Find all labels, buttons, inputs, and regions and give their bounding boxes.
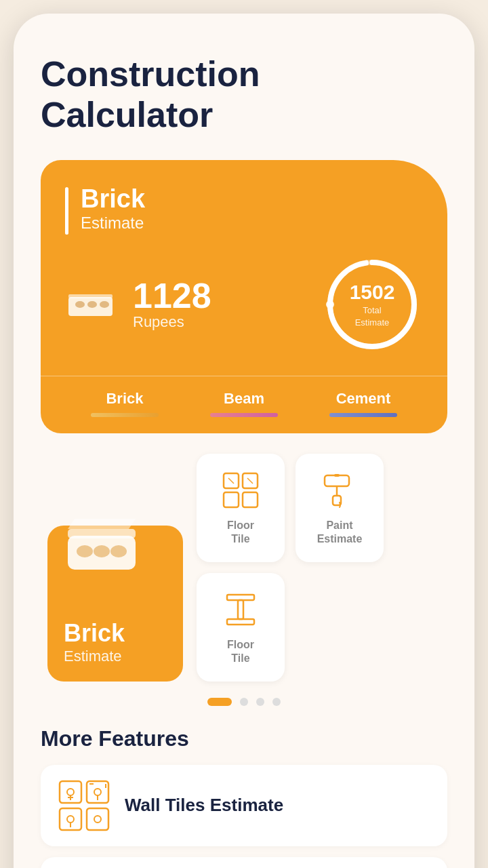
svg-point-34 [94, 789, 101, 795]
gauge-number: 1502 [347, 281, 398, 304]
tab-brick-label: Brick [106, 390, 143, 408]
svg-point-7 [326, 300, 334, 309]
more-features-section: More Features Wall Tiles [14, 713, 474, 868]
feature-sub-cards: FloorTile PaintEstimate [197, 454, 441, 682]
tab-cement[interactable]: Cement [329, 390, 397, 417]
tab-beam-label: Beam [224, 390, 264, 408]
svg-rect-21 [334, 474, 340, 477]
feature-list-wall-tiles[interactable]: Wall Tiles Estimate [41, 765, 447, 846]
feature-brick-subtitle: Estimate [64, 648, 169, 665]
feature-brick-title: Brick [64, 619, 169, 648]
feature-list-lanter[interactable]: Lanter Estimate [41, 857, 447, 868]
feature-sub-paint[interactable]: PaintEstimate [296, 454, 384, 562]
card-body: 1128 Rupees 1502 Total Estimate [65, 254, 423, 355]
tab-brick-indicator [91, 413, 159, 417]
dot-3[interactable] [256, 698, 264, 706]
tab-beam[interactable]: Beam [210, 390, 278, 417]
beam-icon [220, 589, 261, 630]
dot-1[interactable] [207, 698, 232, 706]
floor-tile-icon [220, 470, 261, 511]
wall-tiles-icon [57, 778, 111, 833]
card-header: Brick Estimate [65, 184, 423, 235]
dot-4[interactable] [272, 698, 281, 706]
page-title: Construction Calculator [41, 54, 447, 136]
paint-estimate-label: PaintEstimate [317, 519, 363, 545]
svg-rect-20 [325, 475, 349, 486]
main-card: Brick Estimate 1128 [41, 160, 447, 433]
svg-point-13 [110, 545, 127, 557]
paint-roller-icon [319, 470, 360, 511]
floor-tile-1-label: FloorTile [227, 519, 254, 545]
amount-number: 1128 [133, 278, 211, 313]
svg-point-36 [67, 816, 74, 823]
svg-rect-26 [238, 600, 243, 619]
beam-label: FloorTile [227, 638, 254, 664]
brick-3d-icon [65, 288, 119, 321]
amount-info: 1128 Rupees [133, 278, 211, 331]
feature-sub-floor-tile-1[interactable]: FloorTile [197, 454, 285, 562]
svg-line-19 [247, 478, 253, 484]
svg-point-12 [94, 545, 110, 557]
card-sub-label: Estimate [81, 214, 144, 232]
phone-frame: Construction Calculator Brick Estimate [14, 14, 474, 868]
svg-point-38 [94, 816, 101, 823]
pagination-dots [41, 698, 447, 706]
wall-tiles-label: Wall Tiles Estimate [125, 795, 283, 816]
svg-rect-9 [68, 529, 136, 538]
feature-main-card[interactable]: Brick Estimate [47, 526, 183, 682]
svg-rect-1 [68, 294, 113, 298]
feature-section: Brick Estimate FloorTile [41, 454, 447, 682]
dot-2[interactable] [240, 698, 248, 706]
svg-rect-17 [243, 492, 258, 507]
tab-cement-label: Cement [336, 390, 391, 408]
svg-marker-10 [68, 519, 136, 529]
svg-point-31 [67, 789, 74, 795]
gauge-label: Total Estimate [355, 305, 390, 328]
gauge-circle: 1502 Total Estimate [321, 254, 423, 355]
tab-beam-indicator [210, 413, 278, 417]
svg-point-4 [100, 301, 109, 308]
feature-brick-3d-icon [54, 498, 149, 593]
card-title-text: Brick Estimate [81, 184, 145, 233]
tab-brick[interactable]: Brick [91, 390, 159, 417]
card-main-label: Brick [81, 184, 145, 214]
card-divider [41, 376, 447, 376]
svg-point-3 [87, 301, 97, 308]
gauge-text: 1502 Total Estimate [347, 281, 398, 328]
svg-rect-16 [224, 492, 239, 507]
card-title-bar [65, 187, 68, 235]
card-tabs: Brick Beam Cement [65, 390, 423, 433]
tab-cement-indicator [329, 413, 397, 417]
amount-section: 1128 Rupees [65, 278, 211, 331]
svg-line-18 [228, 478, 234, 484]
svg-point-11 [77, 545, 93, 557]
amount-currency: Rupees [133, 313, 184, 330]
feature-sub-beam[interactable]: FloorTile [197, 573, 285, 682]
svg-rect-30 [87, 808, 108, 830]
more-features-title: More Features [41, 726, 447, 751]
svg-point-2 [75, 301, 85, 308]
